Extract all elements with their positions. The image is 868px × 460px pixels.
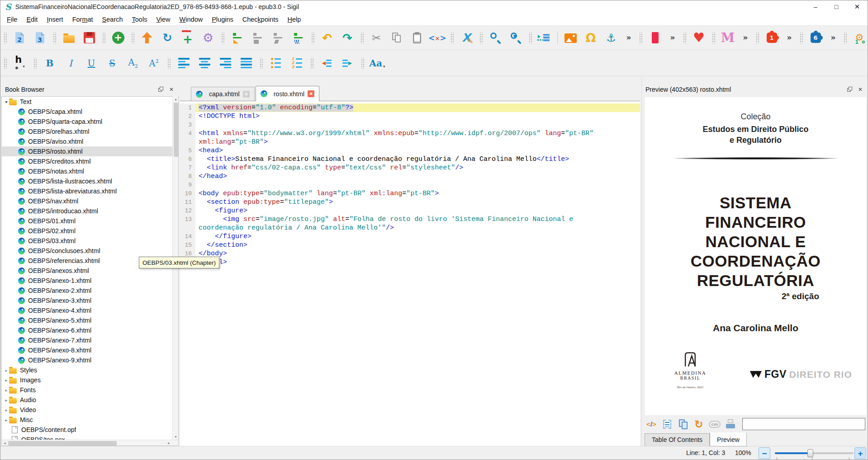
code-line[interactable]: 9 <box>180 181 640 189</box>
collapse-icon[interactable]: ▾ <box>4 99 9 104</box>
tree-item-oebps-lista-abreviaturas-xhtml[interactable]: OEBPS/lista-abreviaturas.xhtml <box>2 186 178 196</box>
tree-item-oebps-conclusoes-xhtml[interactable]: OEBPS/conclusoes.xhtml <box>2 246 178 256</box>
tree-item-oebps-anexo-2-xhtml[interactable]: OEBPS/anexo-2.xhtml <box>2 286 178 296</box>
tab-capa-xhtml[interactable]: capa.xhtml✕ <box>191 87 255 101</box>
tree-item-oebps-anexo-9-xhtml[interactable]: OEBPS/anexo-9.xhtml <box>2 355 178 365</box>
find-special-button[interactable]: ♥ <box>508 30 523 46</box>
donate-button[interactable] <box>139 30 155 46</box>
expand-icon[interactable]: ▸ <box>4 408 9 413</box>
code-line[interactable]: 2<!DOCTYPE html> <box>180 112 640 121</box>
plugin-1-button[interactable]: 1 <box>764 30 779 46</box>
paste-button[interactable] <box>409 30 425 46</box>
redo-button[interactable]: ↷ <box>340 30 355 46</box>
bullet-list-button[interactable] <box>268 56 284 71</box>
tree-item-oebps-anexo-5-xhtml[interactable]: OEBPS/anexo-5.xhtml <box>2 315 178 325</box>
tree-item-oebps-aviso-xhtml[interactable]: OEBPS/aviso.xhtml <box>2 136 178 146</box>
plugin-1-overflow-button[interactable]: » <box>784 30 794 46</box>
zoom-slider-handle[interactable] <box>807 449 813 457</box>
copy-button[interactable] <box>389 30 404 46</box>
split-at-cursor-button[interactable] <box>229 30 245 46</box>
menu-checkpoints[interactable]: Checkpoints <box>238 14 283 25</box>
toolbar-handle[interactable] <box>311 33 314 43</box>
scroll-right-icon[interactable] <box>166 440 172 446</box>
tab-rosto-xhtml[interactable]: rosto.xhtml✕ <box>256 86 319 101</box>
menu-edit[interactable]: Edit <box>22 14 42 25</box>
menu-format[interactable]: Format <box>68 14 98 25</box>
align-right-button[interactable] <box>218 56 233 71</box>
menu-insert[interactable]: Insert <box>42 14 67 25</box>
plugin-tools-button[interactable]: ⚙1o <box>852 30 867 46</box>
bottom-tab-preview[interactable]: Preview <box>710 432 747 446</box>
refresh-preview-button[interactable]: ↻ <box>693 418 705 430</box>
code-line[interactable]: 6 <title>Sistema Financeiro Nacional e c… <box>180 155 640 164</box>
change-case-button[interactable]: Aa▾ <box>370 56 385 71</box>
code-line[interactable]: 17</html> <box>180 258 640 267</box>
insert-split-marker-button[interactable] <box>250 30 265 46</box>
menu-help[interactable]: Help <box>283 14 306 25</box>
code-line[interactable]: 15 </section> <box>180 241 640 249</box>
code-line[interactable]: 16</body> <box>180 249 640 258</box>
toolbar-handle[interactable] <box>450 33 454 43</box>
zoom-slider-track[interactable] <box>775 452 854 454</box>
toolbar-handle[interactable] <box>360 58 364 69</box>
tree-item-oebps-orelhas-xhtml[interactable]: OEBPS/orelhas.xhtml <box>2 127 178 136</box>
print-preview-button[interactable] <box>725 418 736 430</box>
code-line[interactable]: 14 </figure> <box>180 232 640 241</box>
bottom-tab-table-of-contents[interactable]: Table Of Contents <box>645 433 710 446</box>
toolbar-handle[interactable] <box>683 33 686 43</box>
toolbar-handle[interactable] <box>799 33 803 43</box>
tree-item-oebps-quarta-capa-xhtml[interactable]: OEBPS/quarta-capa.xhtml <box>2 117 178 127</box>
plugin-6-button[interactable]: 6 <box>808 30 823 46</box>
cut-button[interactable]: ✂ <box>369 30 384 46</box>
new-epub2-button[interactable]: 2 <box>12 30 27 46</box>
expand-icon[interactable]: ▸ <box>4 368 9 373</box>
new-epub3-button[interactable]: 3 <box>32 30 47 46</box>
toolbar-handle[interactable] <box>639 33 642 43</box>
undo-button[interactable]: ↶ <box>319 30 335 46</box>
code-line[interactable]: 4<html xmlns="http://www.w3.org/1999/xht… <box>180 129 640 138</box>
code-line[interactable]: 10<body epub:type="bodymatter" lang="pt-… <box>180 189 640 198</box>
join-files-button[interactable] <box>270 30 285 46</box>
tree-item-oebps-01-xhtml[interactable]: OEBPS/01.xhtml <box>2 216 178 226</box>
insert-overflow-button[interactable]: » <box>624 30 634 46</box>
save-button[interactable] <box>81 30 97 46</box>
book-browser-close-button[interactable]: ✕ <box>168 86 175 93</box>
toggle-css-button[interactable]: css <box>709 418 721 430</box>
subscript-button[interactable]: A2 <box>125 56 141 71</box>
code-line[interactable]: 12 <figure> <box>180 207 640 215</box>
tree-item-oebps-nav-xhtml[interactable]: OEBPS/nav.xhtml <box>2 196 178 206</box>
reload-button[interactable]: ↻ <box>160 30 175 46</box>
tree-item-misc[interactable]: ▸Misc <box>2 415 178 425</box>
heading-button[interactable]: h*▾ <box>12 56 28 71</box>
tab-close-icon[interactable]: ✕ <box>243 91 250 98</box>
decrease-indent-button[interactable]: ◀ <box>319 56 334 71</box>
superscript-button[interactable]: A2 <box>146 56 161 71</box>
toolbar-handle[interactable] <box>360 33 364 43</box>
toolbar-handle[interactable] <box>33 58 37 69</box>
code-view[interactable]: 1<?xml version="1.0" encoding="utf-8"?>2… <box>180 101 640 446</box>
tree-item-oebps-anexo-1-xhtml[interactable]: OEBPS/anexo-1.xhtml <box>2 276 178 286</box>
bookmark-overflow-button[interactable]: » <box>668 30 678 46</box>
code-line[interactable]: 7 <link href="css/02-capa.css" type="tex… <box>180 164 640 172</box>
find-button[interactable] <box>488 30 503 46</box>
toolbar-handle[interactable] <box>3 58 7 69</box>
maximize-button[interactable]: □ <box>826 0 847 13</box>
expand-icon[interactable]: ▸ <box>4 418 9 422</box>
toolbar-handle[interactable] <box>310 58 313 69</box>
italic-button[interactable]: I <box>63 56 78 71</box>
add-blank-file-button[interactable]: + <box>180 30 195 46</box>
tree-item-audio[interactable]: ▸Audio <box>2 395 178 405</box>
tree-item-oebps-anexo-8-xhtml[interactable]: OEBPS/anexo-8.xhtml <box>2 345 178 355</box>
code-line[interactable]: 3 <box>180 121 640 129</box>
menu-view[interactable]: View <box>152 14 175 25</box>
tree-item-video[interactable]: ▸Video <box>2 405 178 415</box>
expand-icon[interactable]: ▸ <box>4 388 9 393</box>
tree-item-oebps-introducao-xhtml[interactable]: OEBPS/introducao.xhtml <box>2 206 178 216</box>
menu-file[interactable]: File <box>2 14 22 25</box>
close-button[interactable]: ✕ <box>847 0 868 13</box>
strikethrough-button[interactable]: S <box>104 56 120 71</box>
scroll-left-icon[interactable] <box>2 440 8 446</box>
toolbar-handle[interactable] <box>131 33 134 43</box>
metadata-editor-button[interactable] <box>537 30 552 46</box>
code-line[interactable]: 1<?xml version="1.0" encoding="utf-8"?> <box>180 103 640 112</box>
